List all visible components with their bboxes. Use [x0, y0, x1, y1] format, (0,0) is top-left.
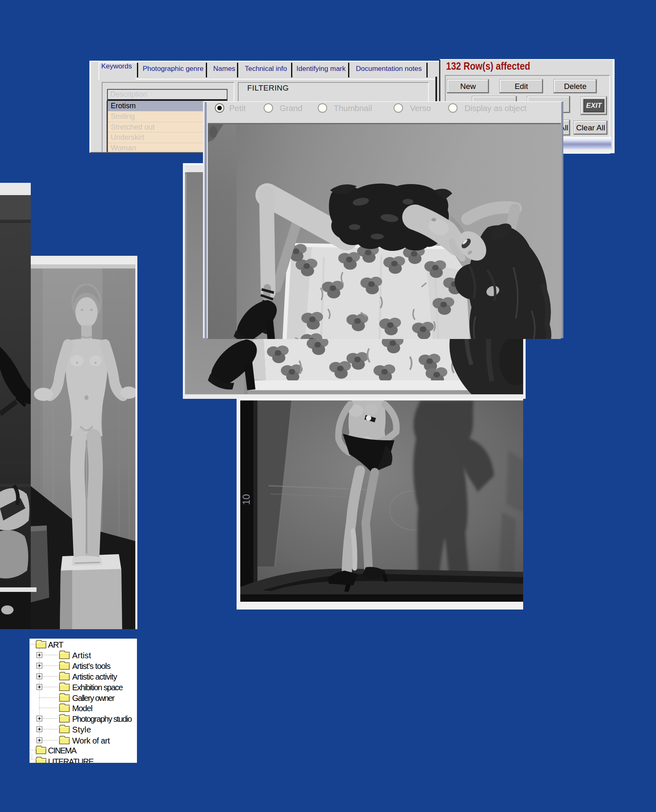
svg-text:Exhibition space: Exhibition space — [72, 683, 123, 692]
svg-text:Artist’s tools: Artist’s tools — [72, 662, 111, 671]
svg-text:Photography studio: Photography studio — [72, 714, 132, 723]
svg-text:Gallery owner: Gallery owner — [72, 694, 115, 703]
svg-text:LITERATURE: LITERATURE — [48, 757, 94, 763]
svg-text:ART: ART — [48, 640, 64, 649]
svg-text:Artistic activity: Artistic activity — [72, 672, 117, 681]
svg-text:CINEMA: CINEMA — [48, 746, 77, 755]
svg-text:Style: Style — [72, 725, 91, 734]
svg-text:Model: Model — [72, 704, 93, 713]
svg-text:Artist: Artist — [72, 651, 91, 660]
svg-text:Work of art: Work of art — [72, 736, 110, 745]
